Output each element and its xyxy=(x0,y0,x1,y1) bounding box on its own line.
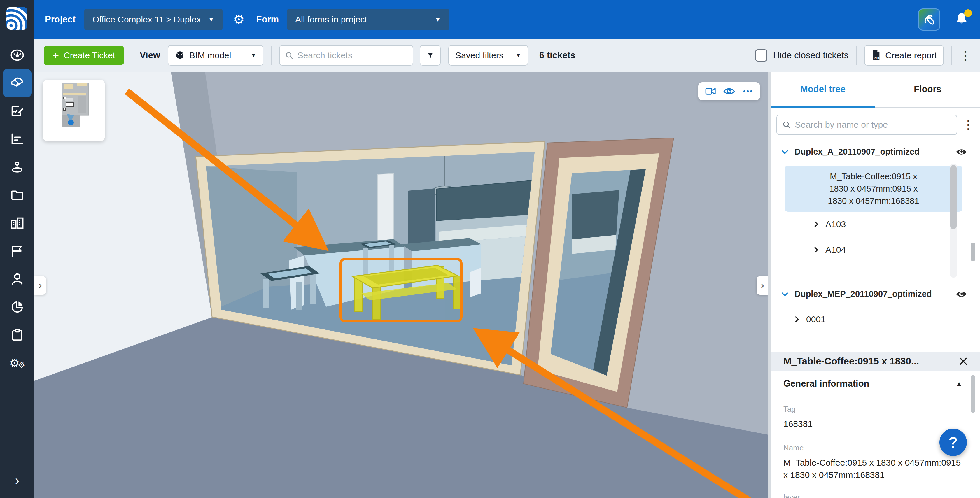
visibility-eye-icon[interactable] xyxy=(956,148,967,156)
tab-floors[interactable]: Floors xyxy=(875,72,980,107)
divider xyxy=(271,46,272,65)
form-selector[interactable]: All forms in project ▼ xyxy=(287,9,449,30)
cube-icon xyxy=(175,50,185,60)
sidebar-item-tickets[interactable] xyxy=(10,75,25,91)
sidebar-item-forms[interactable] xyxy=(10,103,25,119)
properties-title: M_Table-Coffee:0915 x 1830... xyxy=(783,356,958,367)
dalux-logo[interactable] xyxy=(6,7,27,30)
tree-node-selected-coffee-table[interactable]: M_Table-Coffee:0915 x 1830 x 0457mm:0915… xyxy=(784,165,963,212)
chevron-down-icon: ▼ xyxy=(515,52,521,59)
chevron-right-icon xyxy=(793,315,801,323)
chevron-right-icon xyxy=(812,246,820,254)
view-label: View xyxy=(140,50,160,60)
x-glyph-icon xyxy=(923,13,936,26)
gears-icon-small: ⚙ xyxy=(18,361,25,369)
chevron-down-icon: ▼ xyxy=(434,16,441,23)
name-value: M_Table-Coffee:0915 x 1830 x 0457mm:0915… xyxy=(783,457,963,481)
project-settings-gear-icon[interactable]: ⚙ xyxy=(233,12,244,27)
create-report-label: Create report xyxy=(885,51,937,60)
ticket-count: 6 tickets xyxy=(539,50,576,60)
filter-button[interactable] xyxy=(420,45,441,65)
folder-icon xyxy=(10,188,25,203)
general-info-section-toggle[interactable]: General information ▲ xyxy=(783,379,963,389)
tree-node-duplex-mep[interactable]: Duplex_MEP_20110907_optimized xyxy=(781,289,932,299)
twinbim-app-icon[interactable] xyxy=(918,8,940,30)
properties-body: General information ▲ Tag 168381 Name M_… xyxy=(783,379,963,498)
ticket-search[interactable] xyxy=(279,45,413,65)
walkthrough-camera-icon[interactable] xyxy=(705,86,717,96)
visibility-eye-icon[interactable] xyxy=(723,86,735,96)
pie-chart-icon xyxy=(10,299,25,315)
tag-value: 168381 xyxy=(783,418,963,430)
project-selector-value: Office Complex 11 > Duplex xyxy=(92,14,201,24)
project-selector[interactable]: Office Complex 11 > Duplex ▼ xyxy=(84,9,223,30)
close-properties-icon[interactable] xyxy=(958,356,968,366)
chevron-down-icon xyxy=(781,290,789,299)
left-panel-expand-handle[interactable]: › xyxy=(34,276,46,295)
form-label: Form xyxy=(256,14,279,25)
tree-node-duplex-a[interactable]: Duplex_A_20110907_optimized xyxy=(781,147,920,157)
sidebar-item-dashboard[interactable] xyxy=(10,48,25,63)
app-sidebar: ⚙ ⚙ › xyxy=(0,0,34,498)
ticket-search-input[interactable] xyxy=(297,50,407,60)
bim-viewport[interactable]: › › 1 selected xyxy=(34,72,768,498)
sidebar-item-settings[interactable]: ⚙ ⚙ xyxy=(10,355,25,371)
tag-label: Tag xyxy=(783,405,963,414)
properties-scrollbar-thumb[interactable] xyxy=(970,375,975,413)
hide-closed-checkbox[interactable] xyxy=(755,49,767,62)
search-icon xyxy=(782,120,791,129)
top-bar: Project Office Complex 11 > Duplex ▼ ⚙ F… xyxy=(34,0,980,39)
right-panel-collapse-handle[interactable]: › xyxy=(757,276,768,295)
create-ticket-button[interactable]: + Create Ticket xyxy=(44,46,124,65)
selected-node-line2: 1830 x 0457mm:0915 x xyxy=(788,183,959,195)
saved-filters-dropdown[interactable]: Saved filters ▼ xyxy=(448,45,528,65)
sidebar-item-progress[interactable] xyxy=(10,132,25,146)
create-report-button[interactable]: PDF Create report xyxy=(864,45,944,65)
buildings-icon xyxy=(10,215,25,231)
saved-filters-label: Saved filters xyxy=(455,51,503,60)
sidebar-item-contacts[interactable] xyxy=(10,272,25,286)
sidebar-item-analytics[interactable] xyxy=(10,299,25,315)
notification-badge xyxy=(964,10,972,17)
person-icon xyxy=(10,272,25,286)
divider xyxy=(771,279,980,279)
svg-text:PDF: PDF xyxy=(874,56,881,59)
viewport-more-icon[interactable] xyxy=(742,86,754,96)
sidebar-item-locate[interactable] xyxy=(10,159,25,175)
panel-tabs: Model tree Floors xyxy=(771,72,980,108)
viewport-tools xyxy=(698,82,760,100)
help-question-mark: ? xyxy=(948,434,958,451)
toolbar-more-menu[interactable]: ⋮ xyxy=(959,49,971,61)
chevron-right-icon xyxy=(812,220,820,228)
pdf-file-icon: PDF xyxy=(871,49,881,61)
properties-header: M_Table-Coffee:0915 x 1830... xyxy=(771,352,980,371)
tree-node-a103[interactable]: A103 xyxy=(812,219,846,229)
notifications-bell[interactable] xyxy=(954,11,969,28)
panel-scrollbar-thumb[interactable] xyxy=(970,243,975,261)
tag-icon xyxy=(10,75,25,91)
tree-node-0001[interactable]: 0001 xyxy=(793,314,826,324)
sidebar-item-flags[interactable] xyxy=(10,243,25,259)
model-search-input[interactable] xyxy=(794,119,951,130)
dashboard-icon xyxy=(10,48,25,63)
selected-node-line1: M_Table-Coffee:0915 x xyxy=(788,170,959,183)
help-button[interactable]: ? xyxy=(939,429,967,456)
tab-model-tree[interactable]: Model tree xyxy=(771,72,875,107)
tree-node-a104[interactable]: A104 xyxy=(812,245,846,255)
sidebar-item-buildings[interactable] xyxy=(10,215,25,231)
view-mode-dropdown[interactable]: BIM model ▼ xyxy=(168,45,263,65)
model-tree-more-menu[interactable]: ⋮ xyxy=(963,119,974,130)
sidebar-item-tasks[interactable] xyxy=(10,328,25,343)
tree-scrollbar-thumb[interactable] xyxy=(950,165,957,229)
visibility-eye-icon[interactable] xyxy=(956,290,967,299)
flag-icon xyxy=(10,243,25,259)
chevron-down-icon xyxy=(781,148,789,156)
tree-node-label: A103 xyxy=(826,219,846,229)
bim-viewport-canvas[interactable] xyxy=(34,72,768,498)
model-search[interactable] xyxy=(776,115,957,135)
divider xyxy=(132,46,132,65)
sidebar-item-files[interactable] xyxy=(10,188,25,203)
person-location-icon xyxy=(10,159,25,175)
floorplan-thumbnail[interactable] xyxy=(43,80,105,141)
sidebar-expand-button[interactable]: › xyxy=(0,473,34,487)
